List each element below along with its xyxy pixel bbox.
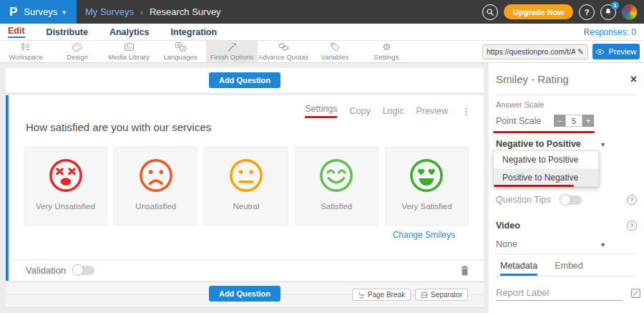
toolbar-design[interactable]: Design [52,41,103,62]
video-select-value: None [496,239,517,249]
point-scale-stepper: − 5 + [554,115,594,127]
page-break-button[interactable]: Page Break [352,289,411,301]
toolbar-languages[interactable]: A Languages [155,41,206,62]
panel-title: Smiley - Rating [496,73,569,85]
toolbar-label: Finish Options [210,53,254,61]
add-question-button-bottom[interactable]: Add Question [209,286,280,302]
question-title[interactable]: How satisfied are you with our services [26,121,211,133]
change-smileys-link[interactable]: Change Smileys [393,230,455,240]
question-tab-preview[interactable]: Preview [416,106,448,116]
separator-button[interactable]: Separator [415,289,468,301]
tag-icon [329,42,341,52]
user-avatar[interactable] [622,4,638,20]
toolbar-label: Variables [321,53,349,61]
smiley-label: Satisfied [321,202,352,211]
tab-embed[interactable]: Embed [555,261,583,276]
toolbar-settings[interactable]: ⚙ Settings [361,41,412,62]
close-panel-button[interactable]: × [630,74,637,85]
report-label-input[interactable] [496,285,622,301]
report-label-row [496,285,637,301]
separator-icon [421,292,428,299]
divider [496,95,637,95]
toolbar-workspace[interactable]: Workspace [0,41,52,62]
toolbar-advance-quotas[interactable]: Advance Quotas [258,41,309,62]
chain-link-icon [277,42,291,52]
option-negative-to-positive[interactable]: Negative to Positive [494,151,598,169]
smiley-label: Very Unsatisfied [36,202,95,211]
neutral-smiley-icon [228,157,265,194]
toolbar-variables[interactable]: Variables [309,41,361,62]
kebab-menu-icon[interactable]: ⋮ [462,106,471,117]
responses-count[interactable]: Responses: 0 [584,27,636,37]
smiley-option-very-unsatisfied[interactable]: Very Unsatisfied [24,147,107,226]
preview-label: Preview [608,47,636,56]
very-satisfied-smiley-icon [408,157,445,194]
scale-direction-dropdown: Negative to Positive Positive to Negativ… [493,150,599,187]
validation-row: Validation [9,259,484,281]
help-button[interactable]: ? [579,4,595,20]
smiley-option-neutral[interactable]: Neutral [204,147,288,226]
tab-distribute[interactable]: Distribute [47,27,88,37]
video-help-icon[interactable]: ? [627,221,637,231]
tab-metadata[interactable]: Metadata [500,261,537,276]
divider [496,254,637,254]
product-menu[interactable]: P Surveys ▾ [0,0,77,24]
question-tab-copy[interactable]: Copy [349,106,370,116]
smiley-label: Very Satisfied [401,202,452,211]
decrease-scale-button[interactable]: − [554,115,565,127]
scale-direction-select[interactable]: Negative to Positive ▾ [496,139,605,149]
delete-question-button[interactable] [460,265,469,276]
survey-nav: Edit Distribute Analytics Integration Re… [0,24,644,41]
magic-wand-icon [225,42,239,52]
chevron-down-icon: ▾ [601,140,605,148]
increase-scale-button[interactable]: + [582,115,594,127]
toolbar-label: Design [67,53,88,61]
smiley-label: Unsatisfied [135,202,176,211]
breadcrumb-my-surveys[interactable]: My Surveys [85,6,134,17]
top-bar: P Surveys ▾ My Surveys › Research Survey… [0,0,644,24]
question-tab-logic[interactable]: Logic [383,106,404,116]
question-card: Settings Copy Logic Preview ⋮ How satisf… [6,95,484,281]
tab-edit[interactable]: Edit [8,26,25,38]
add-question-button-top[interactable]: Add Question [209,72,280,88]
separator-label: Separator [431,291,462,299]
video-select[interactable]: None ▾ [496,239,605,249]
smiley-option-satisfied[interactable]: Satisfied [295,147,379,226]
option-positive-to-negative[interactable]: Positive to Negative [494,169,598,186]
search-icon [486,8,494,16]
breadcrumb: My Surveys › Research Survey [85,6,221,17]
upgrade-now-button[interactable]: Upgrade Now [504,4,573,19]
toolbar-media-library[interactable]: Media Library [103,41,155,62]
question-tab-settings[interactable]: Settings [305,104,337,118]
top-bar-actions: Upgrade Now ? 1 [482,4,644,20]
image-icon [122,42,136,52]
question-mark-icon: ? [585,8,590,16]
question-tips-row: Question Tips ? [496,195,637,205]
toolbar-finish-options[interactable]: Finish Options [206,41,258,62]
page-break-label: Page Break [368,291,405,299]
preview-button[interactable]: Preview [592,44,640,59]
edit-url-pencil-icon[interactable]: ✎ [577,47,584,57]
editor-toolbar: Workspace Design Media Library A Languag… [0,41,644,63]
tab-analytics[interactable]: Analytics [109,27,150,37]
smiley-option-very-satisfied[interactable]: Very Satisfied [385,147,469,226]
expand-report-label-button[interactable] [630,288,641,299]
smiley-option-unsatisfied[interactable]: Unsatisfied [114,147,197,226]
product-menu-label: Surveys [24,6,57,17]
tab-integration[interactable]: Integration [171,27,218,37]
breadcrumb-current-survey: Research Survey [150,6,221,17]
validation-toggle[interactable] [73,266,94,275]
search-button[interactable] [482,4,498,20]
smiley-scale: Very Unsatisfied Unsatisfied Neutral [24,147,469,226]
notifications-button[interactable]: 1 [600,4,616,20]
question-tips-help-icon[interactable]: ? [627,195,637,205]
question-tips-label: Question Tips [496,195,550,205]
edit-box-icon [630,288,641,299]
toggle-knob [72,264,84,276]
question-tips-toggle[interactable] [560,196,582,205]
survey-url-field[interactable]: ✎ [482,44,588,59]
gear-icon: ⚙ [382,42,391,52]
palette-icon [71,42,84,52]
breadcrumb-separator-icon: › [140,7,143,17]
survey-url-input[interactable] [487,47,575,56]
